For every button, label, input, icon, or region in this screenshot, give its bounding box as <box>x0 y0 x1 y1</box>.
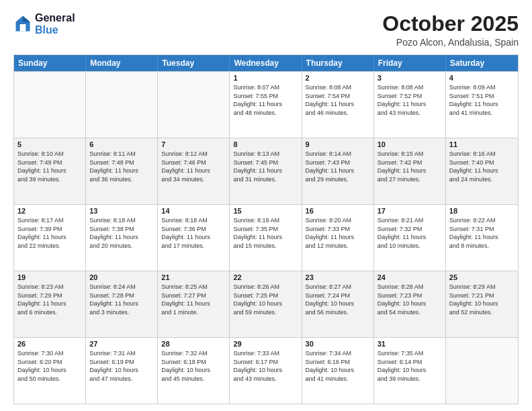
day-cell-9: 9Sunrise: 8:14 AM Sunset: 7:43 PM Daylig… <box>302 138 374 204</box>
header: General Blue October 2025 Pozo Alcon, An… <box>13 12 519 48</box>
day-number-21: 21 <box>161 273 226 281</box>
day-info-20: Sunrise: 8:24 AM Sunset: 7:28 PM Dayligh… <box>89 283 154 316</box>
day-info-18: Sunrise: 8:22 AM Sunset: 7:31 PM Dayligh… <box>449 216 515 250</box>
header-tuesday: Tuesday <box>158 55 230 71</box>
day-cell-2: 2Sunrise: 8:08 AM Sunset: 7:54 PM Daylig… <box>302 72 374 138</box>
header-saturday: Saturday <box>446 55 518 71</box>
day-number-17: 17 <box>378 207 442 215</box>
day-cell-22: 22Sunrise: 8:26 AM Sunset: 7:25 PM Dayli… <box>230 271 302 337</box>
day-cell-28: 28Sunrise: 7:32 AM Sunset: 6:18 PM Dayli… <box>158 338 230 404</box>
day-cell-11: 11Sunrise: 8:16 AM Sunset: 7:40 PM Dayli… <box>446 138 518 204</box>
day-info-24: Sunrise: 8:28 AM Sunset: 7:23 PM Dayligh… <box>378 283 442 316</box>
week-row-1: 1Sunrise: 8:07 AM Sunset: 7:55 PM Daylig… <box>14 71 518 138</box>
day-cell-24: 24Sunrise: 8:28 AM Sunset: 7:23 PM Dayli… <box>374 271 446 337</box>
day-info-8: Sunrise: 8:13 AM Sunset: 7:45 PM Dayligh… <box>233 150 298 183</box>
day-info-13: Sunrise: 8:18 AM Sunset: 7:38 PM Dayligh… <box>89 216 154 250</box>
empty-cell <box>158 72 230 138</box>
day-cell-18: 18Sunrise: 8:22 AM Sunset: 7:31 PM Dayli… <box>446 205 518 271</box>
day-cell-4: 4Sunrise: 8:09 AM Sunset: 7:51 PM Daylig… <box>446 72 518 138</box>
day-number-28: 28 <box>161 340 226 348</box>
logo-text: General Blue <box>35 12 75 36</box>
day-info-10: Sunrise: 8:15 AM Sunset: 7:42 PM Dayligh… <box>378 150 442 183</box>
day-info-1: Sunrise: 8:07 AM Sunset: 7:55 PM Dayligh… <box>233 83 298 117</box>
day-info-27: Sunrise: 7:31 AM Sunset: 6:19 PM Dayligh… <box>89 349 154 383</box>
day-number-31: 31 <box>378 340 442 348</box>
day-number-25: 25 <box>449 273 515 281</box>
empty-cell <box>86 72 158 138</box>
header-thursday: Thursday <box>302 55 374 71</box>
day-cell-7: 7Sunrise: 8:12 AM Sunset: 7:46 PM Daylig… <box>158 138 230 204</box>
day-number-8: 8 <box>233 140 298 148</box>
svg-rect-2 <box>20 24 26 32</box>
week-row-5: 26Sunrise: 7:30 AM Sunset: 6:20 PM Dayli… <box>14 337 518 404</box>
day-cell-26: 26Sunrise: 7:30 AM Sunset: 6:20 PM Dayli… <box>14 338 86 404</box>
day-number-13: 13 <box>89 207 154 215</box>
day-cell-29: 29Sunrise: 7:33 AM Sunset: 6:17 PM Dayli… <box>230 338 302 404</box>
day-number-1: 1 <box>233 74 298 82</box>
week-row-4: 19Sunrise: 8:23 AM Sunset: 7:29 PM Dayli… <box>14 271 518 337</box>
page: General Blue October 2025 Pozo Alcon, An… <box>0 0 532 411</box>
day-info-4: Sunrise: 8:09 AM Sunset: 7:51 PM Dayligh… <box>449 83 515 117</box>
day-info-22: Sunrise: 8:26 AM Sunset: 7:25 PM Dayligh… <box>233 283 298 316</box>
day-number-24: 24 <box>378 273 442 281</box>
day-info-2: Sunrise: 8:08 AM Sunset: 7:54 PM Dayligh… <box>306 83 370 117</box>
day-number-14: 14 <box>161 207 226 215</box>
day-info-16: Sunrise: 8:20 AM Sunset: 7:33 PM Dayligh… <box>306 216 370 250</box>
day-info-28: Sunrise: 7:32 AM Sunset: 6:18 PM Dayligh… <box>161 349 226 383</box>
day-cell-20: 20Sunrise: 8:24 AM Sunset: 7:28 PM Dayli… <box>86 271 158 337</box>
day-number-9: 9 <box>306 140 370 148</box>
day-info-26: Sunrise: 7:30 AM Sunset: 6:20 PM Dayligh… <box>17 349 82 383</box>
day-info-25: Sunrise: 8:29 AM Sunset: 7:21 PM Dayligh… <box>449 283 515 316</box>
day-cell-17: 17Sunrise: 8:21 AM Sunset: 7:32 PM Dayli… <box>374 205 446 271</box>
day-number-3: 3 <box>378 74 442 82</box>
day-cell-31: 31Sunrise: 7:35 AM Sunset: 6:14 PM Dayli… <box>374 338 446 404</box>
day-info-19: Sunrise: 8:23 AM Sunset: 7:29 PM Dayligh… <box>17 283 82 316</box>
day-number-27: 27 <box>89 340 154 348</box>
day-number-15: 15 <box>233 207 298 215</box>
day-cell-25: 25Sunrise: 8:29 AM Sunset: 7:21 PM Dayli… <box>446 271 518 337</box>
day-info-3: Sunrise: 8:08 AM Sunset: 7:52 PM Dayligh… <box>378 83 442 117</box>
logo: General Blue <box>13 12 75 36</box>
day-number-26: 26 <box>17 340 82 348</box>
day-info-12: Sunrise: 8:17 AM Sunset: 7:39 PM Dayligh… <box>17 216 82 250</box>
header-wednesday: Wednesday <box>230 55 302 71</box>
day-number-4: 4 <box>449 74 515 82</box>
day-info-15: Sunrise: 8:19 AM Sunset: 7:35 PM Dayligh… <box>233 216 298 250</box>
week-row-2: 5Sunrise: 8:10 AM Sunset: 7:49 PM Daylig… <box>14 138 518 204</box>
day-cell-13: 13Sunrise: 8:18 AM Sunset: 7:38 PM Dayli… <box>86 205 158 271</box>
day-number-23: 23 <box>306 273 370 281</box>
header-sunday: Sunday <box>14 55 86 71</box>
header-monday: Monday <box>86 55 158 71</box>
day-cell-27: 27Sunrise: 7:31 AM Sunset: 6:19 PM Dayli… <box>86 338 158 404</box>
day-info-31: Sunrise: 7:35 AM Sunset: 6:14 PM Dayligh… <box>378 349 442 383</box>
day-info-30: Sunrise: 7:34 AM Sunset: 6:16 PM Dayligh… <box>306 349 370 383</box>
day-cell-3: 3Sunrise: 8:08 AM Sunset: 7:52 PM Daylig… <box>374 72 446 138</box>
calendar-body: 1Sunrise: 8:07 AM Sunset: 7:55 PM Daylig… <box>14 71 518 404</box>
day-number-29: 29 <box>233 340 298 348</box>
day-info-21: Sunrise: 8:25 AM Sunset: 7:27 PM Dayligh… <box>161 283 226 316</box>
day-cell-1: 1Sunrise: 8:07 AM Sunset: 7:55 PM Daylig… <box>230 72 302 138</box>
svg-marker-1 <box>23 16 30 22</box>
day-cell-5: 5Sunrise: 8:10 AM Sunset: 7:49 PM Daylig… <box>14 138 86 204</box>
title-block: October 2025 Pozo Alcon, Andalusia, Spai… <box>382 12 519 48</box>
day-info-23: Sunrise: 8:27 AM Sunset: 7:24 PM Dayligh… <box>306 283 370 316</box>
day-number-22: 22 <box>233 273 298 281</box>
day-number-19: 19 <box>17 273 82 281</box>
day-info-14: Sunrise: 8:18 AM Sunset: 7:36 PM Dayligh… <box>161 216 226 250</box>
day-number-20: 20 <box>89 273 154 281</box>
day-number-18: 18 <box>449 207 515 215</box>
day-cell-6: 6Sunrise: 8:11 AM Sunset: 7:48 PM Daylig… <box>86 138 158 204</box>
day-number-16: 16 <box>306 207 370 215</box>
location: Pozo Alcon, Andalusia, Spain <box>382 37 519 48</box>
day-cell-8: 8Sunrise: 8:13 AM Sunset: 7:45 PM Daylig… <box>230 138 302 204</box>
day-number-10: 10 <box>378 140 442 148</box>
day-cell-21: 21Sunrise: 8:25 AM Sunset: 7:27 PM Dayli… <box>158 271 230 337</box>
day-info-7: Sunrise: 8:12 AM Sunset: 7:46 PM Dayligh… <box>161 150 226 183</box>
day-cell-14: 14Sunrise: 8:18 AM Sunset: 7:36 PM Dayli… <box>158 205 230 271</box>
day-info-5: Sunrise: 8:10 AM Sunset: 7:49 PM Dayligh… <box>17 150 82 183</box>
day-cell-23: 23Sunrise: 8:27 AM Sunset: 7:24 PM Dayli… <box>302 271 374 337</box>
logo-icon <box>13 15 32 34</box>
day-cell-30: 30Sunrise: 7:34 AM Sunset: 6:16 PM Dayli… <box>302 338 374 404</box>
day-info-9: Sunrise: 8:14 AM Sunset: 7:43 PM Dayligh… <box>306 150 370 183</box>
empty-cell <box>14 72 86 138</box>
